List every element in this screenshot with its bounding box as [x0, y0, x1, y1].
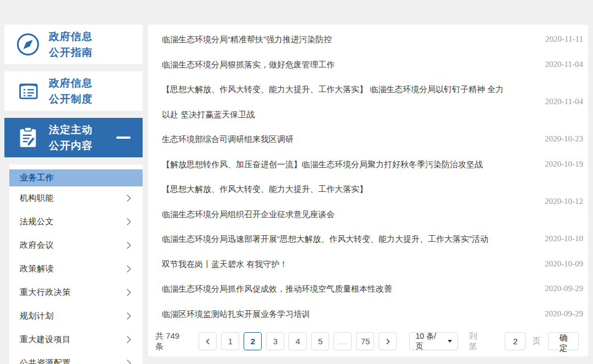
news-title[interactable]: 双节我在岗丨蓝天碧水 有我守护！ — [162, 252, 545, 277]
news-list: 临淄生态环境分局“精准帮扶”强力推进污染防控 2020-11-11 临淄生态环境… — [148, 25, 588, 326]
page-number-button[interactable]: 2 — [244, 332, 262, 350]
submenu-item-label: 公共资源配置 — [20, 358, 126, 364]
sidebar-item-label: 政府信息公开制度 — [49, 75, 93, 107]
submenu-item-label: 政府会议 — [20, 240, 126, 251]
news-list-item[interactable]: 【思想大解放、作风大转变、能力大提升、工作大落实】 临淄生态环境分局组织召开企业… — [162, 177, 583, 226]
confirm-button[interactable]: 确定 — [548, 332, 579, 350]
page-number-button[interactable]: 75 — [356, 332, 374, 350]
pagination: 共 749 条 1 2 3 4 5 ... 75 10 条/页 到第 页 确定 — [148, 326, 588, 356]
submenu-item-label: 法规公文 — [20, 217, 126, 227]
page-number-button[interactable]: 1 — [221, 332, 239, 350]
sidebar-submenu-item[interactable]: 规划计划 — [9, 304, 143, 328]
news-date: 2020-11-04 — [545, 97, 583, 106]
sidebar-item-statutory-disclosure[interactable]: 法定主动公开内容 — [4, 118, 143, 157]
news-title[interactable]: 临淄区环境监测站扎实开展业务学习培训 — [162, 302, 545, 327]
news-date: 2020-09-29 — [545, 284, 583, 293]
goto-label-suffix: 页 — [532, 336, 540, 346]
news-title[interactable]: 【思想大解放、作风大转变、能力大提升、工作大落实】 临淄生态环境分局以钉钉子精神… — [162, 77, 545, 127]
chevron-right-icon — [126, 265, 132, 273]
prev-page-button[interactable] — [199, 332, 217, 350]
page-number-button[interactable]: 4 — [289, 332, 307, 350]
goto-label-prefix: 到第 — [469, 331, 485, 352]
news-date: 2020-10-09 — [545, 259, 583, 269]
news-list-item[interactable]: 临淄区环境监测站扎实开展业务学习培训 2020-09-29 — [162, 302, 583, 327]
news-date: 2020-10-12 — [545, 197, 583, 206]
news-list-item[interactable]: 双节我在岗丨蓝天碧水 有我守护！ 2020-10-09 — [162, 252, 583, 277]
sidebar-submenu-item[interactable]: 重大建设项目 — [9, 328, 143, 351]
news-list-item[interactable]: 【解放思想转作风、加压奋进创一流】临淄生态环境分局聚力打好秋冬季污染防治攻坚战 … — [162, 152, 583, 177]
page-number-button[interactable]: 5 — [311, 332, 329, 350]
submenu-item-label: 重大建设项目 — [20, 334, 126, 345]
news-title[interactable]: 临淄生态环境分局抓作风促成效，推动环境空气质量根本性改善 — [162, 276, 545, 302]
chevron-right-icon — [126, 241, 132, 249]
news-title[interactable]: 临淄生态环境分局狠抓落实，做好危废管理工作 — [162, 52, 545, 77]
news-title[interactable]: 生态环境部综合司调研组来我区调研 — [162, 127, 545, 152]
news-list-item[interactable]: 临淄生态环境分局迅速部署开展“思想大解放、作风大转变、能力大提升、工作大落实”活… — [162, 226, 583, 252]
sidebar-submenu-item[interactable]: 公共资源配置 — [9, 351, 143, 364]
clipboard-pencil-icon — [15, 125, 41, 150]
news-list-item[interactable]: 生态环境部综合司调研组来我区调研 2020-10-23 — [162, 127, 583, 152]
chevron-right-icon — [126, 218, 132, 226]
news-date: 2020-11-11 — [545, 35, 583, 44]
news-date: 2020-10-10 — [545, 234, 583, 243]
news-date: 2020-09-29 — [545, 309, 583, 318]
news-title[interactable]: 【解放思想转作风、加压奋进创一流】临淄生态环境分局聚力打好秋冬季污染防治攻坚战 — [162, 152, 545, 177]
sidebar-item-label: 法定主动公开内容 — [49, 122, 93, 153]
page-size-select[interactable]: 10 条/页 — [409, 332, 458, 350]
chevron-right-icon — [126, 335, 132, 344]
sidebar-submenu-item[interactable]: 政府会议 — [9, 234, 143, 257]
total-count: 共 749 条 — [155, 331, 189, 352]
sidebar-submenu-item[interactable]: 业务工作 — [9, 169, 143, 186]
page-size-label: 10 条/页 — [415, 332, 443, 351]
sidebar: 政府信息公开指南 政府信息公开制度 法定主动公开内容 业务工作 — [4, 25, 143, 364]
document-list-icon — [15, 78, 41, 104]
chevron-right-icon — [126, 312, 132, 320]
news-list-item[interactable]: 临淄生态环境分局抓作风促成效，推动环境空气质量根本性改善 2020-09-29 — [162, 276, 583, 302]
page-number-button[interactable]: 3 — [266, 332, 284, 350]
collapse-minus-icon[interactable] — [116, 136, 131, 139]
submenu-item-label: 业务工作 — [20, 173, 132, 183]
submenu-item-label: 机构职能 — [20, 193, 126, 203]
submenu-item-label: 政策解读 — [20, 264, 126, 274]
news-title[interactable]: 临淄生态环境分局“精准帮扶”强力推进污染防控 — [162, 27, 545, 52]
news-list-item[interactable]: 临淄生态环境分局“精准帮扶”强力推进污染防控 2020-11-11 — [162, 27, 583, 52]
sidebar-item-gov-info-system[interactable]: 政府信息公开制度 — [4, 71, 143, 111]
sidebar-item-label: 政府信息公开指南 — [49, 29, 93, 60]
news-date: 2020-10-19 — [545, 160, 583, 169]
main-content: 临淄生态环境分局“精准帮扶”强力推进污染防控 2020-11-11 临淄生态环境… — [148, 25, 588, 356]
caret-down-icon — [448, 340, 452, 343]
sidebar-submenu-item[interactable]: 重大行政决策 — [9, 281, 143, 304]
chevron-right-icon — [126, 288, 132, 297]
next-page-button[interactable] — [379, 332, 397, 350]
submenu-item-label: 重大行政决策 — [20, 287, 126, 298]
news-date: 2020-10-23 — [545, 134, 583, 144]
sidebar-submenu: 业务工作 机构职能 法规公文 政府会议 政策解读 重大行政决策 规划计划 — [9, 164, 143, 364]
submenu-item-label: 规划计划 — [20, 311, 126, 321]
sidebar-item-gov-info-guide[interactable]: 政府信息公开指南 — [4, 25, 143, 64]
sidebar-submenu-item[interactable]: 机构职能 — [9, 186, 143, 210]
news-title[interactable]: 临淄生态环境分局迅速部署开展“思想大解放、作风大转变、能力大提升、工作大落实”活… — [162, 226, 545, 252]
news-title[interactable]: 【思想大解放、作风大转变、能力大提升、工作大落实】 临淄生态环境分局组织召开企业… — [162, 177, 545, 226]
page-number-button[interactable]: ... — [334, 332, 352, 350]
news-list-item[interactable]: 【思想大解放、作风大转变、能力大提升、工作大落实】 临淄生态环境分局以钉钉子精神… — [162, 77, 583, 127]
news-date: 2020-11-04 — [545, 60, 583, 69]
sidebar-submenu-item[interactable]: 法规公文 — [9, 210, 143, 234]
goto-page-input[interactable] — [505, 332, 526, 350]
sidebar-submenu-item[interactable]: 政策解读 — [9, 257, 143, 281]
chevron-right-icon — [126, 359, 132, 364]
news-list-item[interactable]: 临淄生态环境分局狠抓落实，做好危废管理工作 2020-11-04 — [162, 52, 583, 77]
chevron-right-icon — [126, 194, 132, 202]
compass-icon — [15, 32, 41, 57]
